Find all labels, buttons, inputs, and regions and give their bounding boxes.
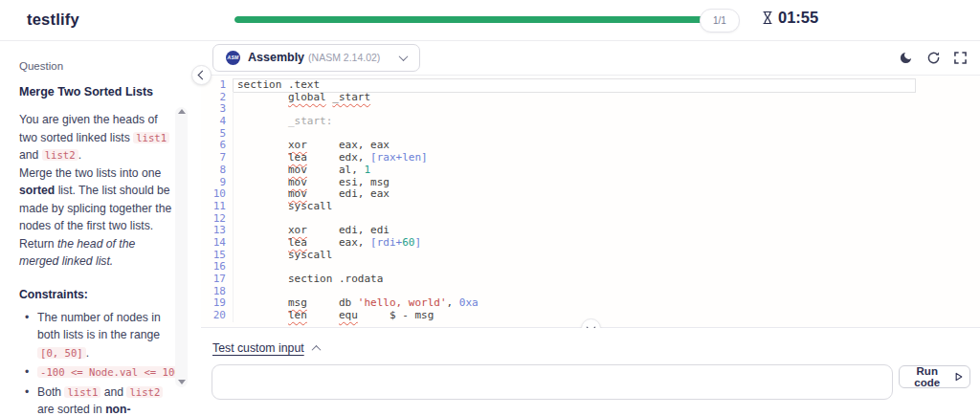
text-segment: Both bbox=[37, 385, 64, 399]
code-text bbox=[234, 103, 915, 116]
inline-code: list2 bbox=[42, 149, 78, 161]
code-lines: 1section .text2 global _start34 _start:5… bbox=[201, 79, 980, 322]
sidebar-scrollbar[interactable] bbox=[175, 107, 188, 387]
code-token: 0xa bbox=[459, 296, 479, 309]
text-segment: . bbox=[78, 148, 81, 162]
code-line[interactable]: 4 _start: bbox=[201, 116, 980, 128]
code-text: mov edi, eax bbox=[234, 188, 915, 201]
code-token: $ - msg bbox=[358, 309, 434, 321]
code-text: global _start bbox=[234, 92, 915, 104]
refresh-icon bbox=[926, 51, 941, 65]
code-token: syscall bbox=[237, 200, 332, 212]
constraint-item: The number of nodes in both lists is in … bbox=[19, 309, 174, 362]
code-token: _start bbox=[332, 91, 370, 103]
code-line[interactable]: 15 syscall bbox=[201, 250, 980, 262]
code-token bbox=[237, 115, 288, 127]
line-number: 14 bbox=[201, 237, 234, 250]
question-paragraph: Merge the two lists into one sorted list… bbox=[19, 164, 174, 235]
code-token: 'hello, world' bbox=[358, 296, 447, 309]
editor-actions bbox=[899, 40, 967, 76]
code-text: syscall bbox=[234, 250, 915, 262]
scroll-up-icon[interactable] bbox=[178, 109, 186, 114]
code-token: [rdi+ bbox=[370, 236, 402, 249]
code-token: equ bbox=[339, 309, 358, 321]
editor-toolbar: ASM Assembly (NASM 2.14.02) bbox=[201, 40, 980, 76]
code-token: lea bbox=[288, 151, 307, 164]
line-number: 4 bbox=[201, 116, 234, 128]
code-editor-panel: ASM Assembly (NASM 2.14.02) 1section .te… bbox=[201, 40, 980, 416]
language-selector[interactable]: ASM Assembly (NASM 2.14.02) bbox=[212, 44, 420, 72]
text-segment: are sorted in bbox=[37, 403, 105, 416]
code-token: 60 bbox=[402, 236, 414, 249]
code-token bbox=[237, 224, 288, 236]
code-line[interactable]: 17 section .rodata bbox=[201, 274, 980, 286]
code-token: , bbox=[447, 296, 459, 309]
chevron-up-icon bbox=[311, 344, 321, 354]
code-token bbox=[237, 236, 288, 249]
code-token: syscall bbox=[237, 249, 332, 261]
code-token: edi, eax bbox=[307, 187, 390, 200]
code-token: mov bbox=[288, 164, 307, 176]
code-token: xor bbox=[288, 139, 307, 151]
code-token: mov bbox=[288, 176, 307, 188]
inline-code: list1 bbox=[64, 386, 100, 398]
question-sidebar: Question Merge Two Sorted Lists You are … bbox=[0, 40, 202, 416]
run-code-button[interactable]: Run code bbox=[899, 365, 970, 388]
line-number: 10 bbox=[201, 188, 234, 201]
code-token: xor bbox=[288, 224, 307, 236]
text-segment: sorted bbox=[19, 184, 55, 197]
code-text: lea eax, [rdi+60] bbox=[234, 237, 915, 250]
line-number: 8 bbox=[201, 164, 234, 177]
text-segment: and bbox=[100, 385, 126, 399]
constraints-label: Constraints: bbox=[19, 288, 174, 301]
scroll-down-icon[interactable] bbox=[178, 380, 186, 384]
question-paragraph: Return the head of the merged linked lis… bbox=[19, 235, 174, 271]
code-token: edi, edi bbox=[307, 224, 390, 236]
timer-value: 01:55 bbox=[778, 9, 818, 27]
language-version: (NASM 2.14.02) bbox=[308, 52, 380, 63]
line-number: 3 bbox=[201, 103, 234, 116]
text-segment: The number of nodes in both lists is in … bbox=[37, 311, 161, 342]
language-name: Assembly bbox=[248, 51, 304, 64]
timer: 01:55 bbox=[762, 9, 818, 27]
code-token bbox=[237, 139, 288, 151]
line-number: 17 bbox=[201, 274, 234, 286]
line-number: 11 bbox=[201, 201, 234, 213]
code-token: edx, bbox=[307, 151, 370, 164]
code-token: eax, eax bbox=[307, 139, 390, 151]
run-code-label: Run code bbox=[905, 365, 948, 388]
question-count-badge: 1/1 bbox=[700, 9, 740, 33]
line-number: 5 bbox=[201, 128, 234, 141]
code-token: _start: bbox=[288, 115, 332, 127]
code-token bbox=[237, 91, 288, 103]
inline-code: list1 bbox=[133, 132, 169, 143]
dark-mode-button[interactable] bbox=[899, 51, 913, 65]
inline-code: [0, 50] bbox=[37, 347, 86, 359]
code-token: db bbox=[307, 296, 358, 309]
code-token bbox=[237, 151, 288, 164]
code-token: 1 bbox=[364, 164, 370, 176]
code-text: _start: bbox=[234, 116, 915, 128]
code-token: esi, msg bbox=[307, 176, 390, 188]
code-line[interactable]: 11 syscall bbox=[201, 201, 980, 213]
sidebar-collapse-button[interactable] bbox=[191, 65, 212, 85]
progress-fill bbox=[234, 16, 703, 23]
code-line[interactable]: 2 global _start bbox=[201, 92, 980, 104]
custom-input-textarea[interactable] bbox=[212, 364, 893, 400]
code-token: [rax+len] bbox=[370, 151, 428, 164]
code-token bbox=[237, 309, 288, 321]
inline-code: list2 bbox=[126, 386, 163, 398]
code-token: len bbox=[288, 309, 307, 321]
code-token: ] bbox=[414, 236, 421, 249]
code-token bbox=[237, 296, 288, 309]
text-segment: . bbox=[86, 346, 89, 360]
code-editor[interactable]: 1section .text2 global _start34 _start:5… bbox=[201, 76, 980, 327]
text-segment: Merge the two lists into one bbox=[19, 166, 161, 180]
reset-code-button[interactable] bbox=[926, 51, 941, 65]
question-body: You are given the heads of two sorted li… bbox=[19, 111, 174, 271]
text-segment: and bbox=[19, 148, 42, 162]
fullscreen-button[interactable] bbox=[954, 52, 967, 64]
test-custom-input-toggle[interactable]: Test custom input bbox=[212, 341, 320, 355]
code-token bbox=[237, 187, 288, 200]
line-number: 2 bbox=[201, 92, 234, 104]
